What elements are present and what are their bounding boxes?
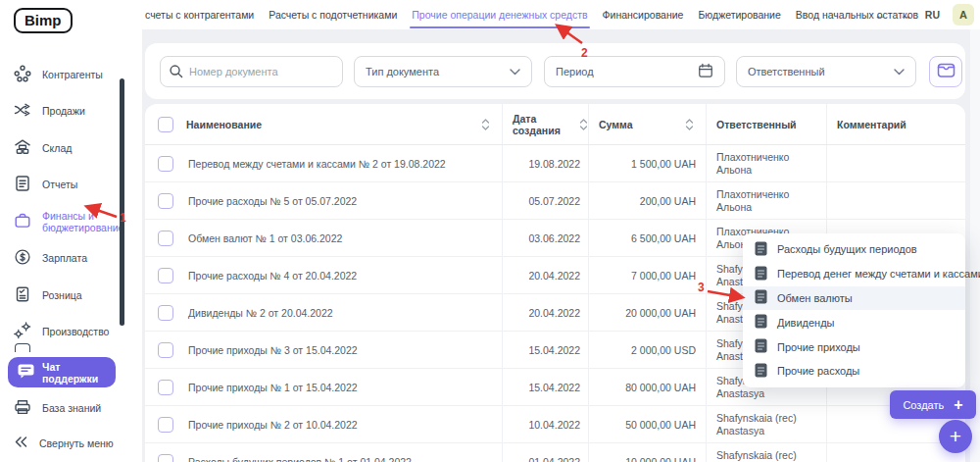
doc-sum: 2 000,00 USD: [588, 332, 706, 368]
row-checkbox[interactable]: [158, 342, 173, 358]
column-header-responsible: Ответственный: [716, 119, 797, 130]
top-tab[interactable]: Прочие операции денежных средств: [412, 9, 587, 21]
partners-icon: [14, 65, 31, 84]
doc-name: Прочие расходы № 4 от 20.04.2022: [186, 257, 502, 293]
select-all-checkbox[interactable]: [158, 117, 173, 132]
language-switcher[interactable]: RU: [925, 9, 940, 21]
sidebar-item-label: Отчеты: [42, 179, 77, 190]
doc-date: 10.04.2022: [502, 406, 588, 442]
column-header-sum: Сумма: [599, 119, 633, 130]
doc-date: 01.04.2022: [502, 443, 588, 462]
table-row[interactable]: Перевод между счетами и кассами № 2 от 1…: [145, 145, 965, 182]
period-picker[interactable]: Период: [544, 56, 725, 87]
doc-type-select[interactable]: Тип документа: [354, 56, 532, 87]
doc-sum: 10 000,00 UAH: [588, 443, 706, 462]
add-fab-button[interactable]: +: [939, 420, 972, 453]
user-avatar[interactable]: A: [953, 4, 974, 26]
collapse-menu-label: Свернуть меню: [39, 437, 114, 449]
knowledge-base-label: База знаний: [42, 402, 101, 414]
context-menu-item[interactable]: Обмен валюты: [743, 286, 965, 311]
responsible-select[interactable]: Ответственный: [736, 56, 916, 87]
create-document-menu: Расходы будущих периодов Перевод денег м…: [743, 233, 965, 387]
context-menu-item[interactable]: Дивиденды: [743, 310, 965, 334]
document-icon: [755, 314, 767, 331]
doc-date: 19.08.2022: [502, 145, 588, 181]
support-chat-label: Чат поддержки: [42, 361, 116, 385]
doc-sum: 20 000,00 UAH: [588, 294, 706, 331]
context-menu-item[interactable]: Расходы будущих периодов: [743, 237, 965, 262]
filter-bar: Тип документа Период Ответственный: [145, 43, 965, 99]
production-icon: [14, 322, 31, 341]
sort-icon[interactable]: [481, 119, 490, 130]
row-checkbox[interactable]: [158, 231, 173, 246]
plus-icon: +: [950, 425, 961, 448]
nav-forward-arrow-icon[interactable]: →: [900, 9, 912, 22]
top-tab[interactable]: Бюджетирование: [698, 9, 780, 21]
top-tab[interactable]: Расчеты с подотчетниками: [269, 9, 397, 21]
doc-responsible: Плахотниченко Альона: [716, 151, 826, 177]
doc-date: 15.04.2022: [502, 332, 588, 368]
create-button[interactable]: Создать +: [890, 390, 976, 419]
app-logo[interactable]: Bimp: [14, 8, 73, 33]
sidebar-item-label: Зарплата: [42, 252, 87, 264]
context-menu-item[interactable]: Прочие приходы: [743, 334, 965, 359]
doc-sum: 6 500,00 UAH: [588, 220, 706, 256]
nav-back-arrow-icon[interactable]: ←: [874, 9, 887, 22]
document-icon: [755, 363, 767, 380]
doc-name: Прочие приходы № 2 от 10.04.2022: [186, 406, 502, 442]
search-input[interactable]: [189, 66, 334, 77]
sort-icon[interactable]: [579, 119, 588, 130]
document-icon: [755, 338, 767, 355]
doc-name: Перевод между счетами и кассами № 2 от 1…: [186, 145, 502, 181]
context-menu-item[interactable]: Перевод денег между счетами и кассами: [743, 262, 965, 286]
search-icon: [169, 64, 183, 80]
row-checkbox[interactable]: [158, 268, 173, 283]
column-header-name: Наименование: [186, 119, 262, 130]
sort-icon[interactable]: [685, 119, 694, 130]
context-menu-item[interactable]: Прочие расходы: [743, 359, 965, 384]
knowledge-base-icon: [14, 398, 31, 418]
chevron-down-icon: [894, 66, 905, 77]
doc-date: 20.04.2022: [502, 257, 588, 293]
doc-name: Прочие расходы № 5 от 05.07.2022: [186, 182, 502, 219]
mail-filter-button[interactable]: [929, 56, 962, 87]
calendar-icon: [698, 63, 713, 80]
doc-sum: 1 500,00 UAH: [588, 145, 706, 181]
doc-sum: 7 000,00 UAH: [588, 257, 706, 293]
row-checkbox[interactable]: [158, 193, 173, 209]
row-checkbox[interactable]: [158, 380, 173, 395]
sidebar-scrollbar[interactable]: [120, 78, 124, 326]
doc-sum: 200,00 UAH: [588, 182, 706, 219]
column-header-comment: Комментарий: [837, 119, 906, 130]
create-button-label: Создать: [903, 399, 944, 411]
row-checkbox[interactable]: [158, 305, 173, 321]
top-tab[interactable]: Финансирование: [603, 9, 684, 21]
row-checkbox[interactable]: [158, 156, 173, 172]
sidebar-item-label: Склад: [42, 142, 72, 154]
doc-responsible: Shafynskaia (rec): [716, 449, 797, 462]
sidebar-collapse-menu[interactable]: Свернуть меню: [14, 436, 114, 450]
context-menu-item-label: Расходы будущих периодов: [777, 243, 917, 255]
period-label: Период: [556, 66, 594, 77]
sidebar-item-label: Финансы и бюджетирование: [42, 210, 124, 233]
hidden-menu-item-icon: [15, 343, 30, 352]
table-row[interactable]: Прочие приходы № 2 от 10.04.2022 10.04.2…: [145, 406, 965, 443]
doc-name: Прочие приходы № 1 от 15.04.2022: [186, 369, 502, 405]
responsible-label: Ответственный: [748, 66, 825, 77]
context-menu-item-label: Прочие расходы: [777, 365, 859, 377]
doc-name: Расходы будущих периодов № 1 от 01.04.20…: [186, 443, 502, 462]
table-row[interactable]: Расходы будущих периодов № 1 от 01.04.20…: [145, 443, 965, 462]
row-checkbox[interactable]: [158, 454, 173, 462]
support-chat-button[interactable]: Чат поддержки: [8, 357, 116, 387]
sidebar-item-label: Контрагенты: [42, 69, 103, 80]
row-checkbox[interactable]: [158, 417, 173, 433]
doc-sum: 80 000,00 UAH: [588, 369, 706, 405]
table-row[interactable]: Прочие расходы № 5 от 05.07.2022 05.07.2…: [145, 182, 965, 220]
table-header-row: Наименование Дата создания Сумма Ответст…: [145, 104, 965, 145]
reports-icon: [14, 175, 31, 194]
doc-name: Обмен валют № 1 от 03.06.2022: [186, 220, 502, 256]
doc-date: 03.06.2022: [502, 220, 588, 256]
document-icon: [755, 266, 767, 282]
sidebar-item-knowledge-base[interactable]: База знаний: [14, 398, 101, 418]
top-tab[interactable]: счеты с контрагентами: [145, 9, 254, 21]
